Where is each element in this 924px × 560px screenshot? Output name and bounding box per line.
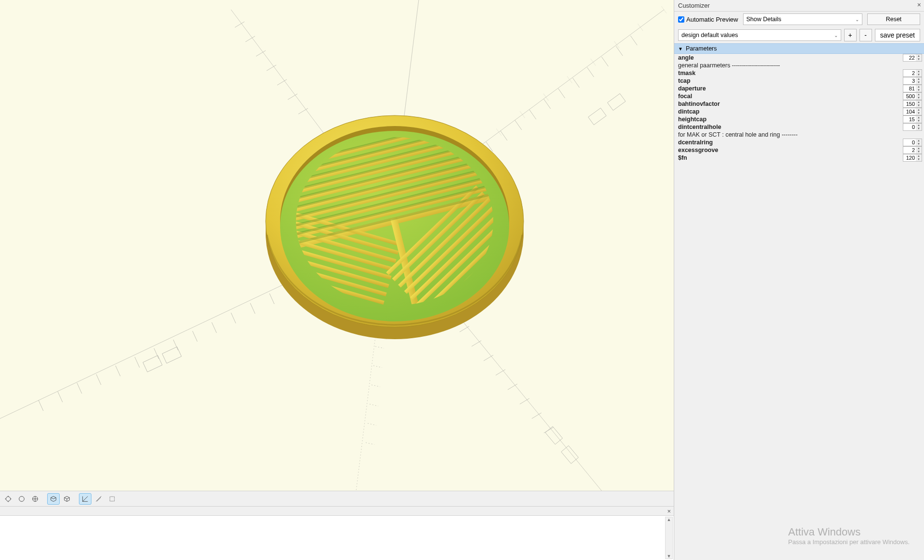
param-row-bahtinovfactor: bahtinovfactor▲▼ (674, 100, 924, 108)
param-label: tcap (678, 77, 691, 84)
spinner-up-icon[interactable]: ▲ (916, 70, 922, 73)
remove-preset-button[interactable]: - (860, 29, 872, 41)
reset-button[interactable]: Reset (867, 13, 920, 25)
spinner-down-icon[interactable]: ▼ (916, 89, 922, 92)
spinner-up-icon[interactable]: ▲ (916, 124, 922, 127)
param-row--fn: $fn▲▼ (674, 154, 924, 162)
spinner-down-icon[interactable]: ▼ (916, 58, 922, 61)
param-label: for MAK or SCT : central hole and ring -… (678, 131, 797, 138)
close-icon[interactable]: × (917, 1, 921, 9)
spinner-up-icon[interactable]: ▲ (916, 93, 922, 96)
watermark-subtitle: Passa a Impostazioni per attivare Window… (788, 538, 910, 546)
param-label: angle (678, 54, 694, 61)
param-label: excessgroove (678, 147, 718, 153)
automatic-preview-checkbox[interactable]: Automatic Preview (678, 16, 738, 23)
svg-rect-6 (162, 347, 181, 363)
spinner-up-icon[interactable]: ▲ (916, 108, 922, 112)
customizer-title: Customizer (678, 2, 710, 9)
show-axes-icon[interactable] (79, 493, 91, 505)
svg-rect-4 (561, 445, 578, 463)
customizer-panel: Customizer × Automatic Preview Show Deta… (674, 0, 924, 560)
preset-dropdown[interactable]: design default values ⌄ (678, 29, 841, 41)
svg-point-50 (19, 496, 25, 501)
svg-rect-52 (110, 496, 114, 501)
svg-point-49 (6, 496, 10, 501)
3d-viewport[interactable] (0, 0, 674, 491)
param-row-for-mak-or-sct-central-hole-and-ring-: for MAK or SCT : central hole and ring -… (674, 131, 924, 139)
param-label: tmask (678, 70, 695, 76)
spinner-down-icon[interactable]: ▼ (916, 127, 922, 130)
svg-rect-3 (545, 426, 563, 444)
parameters-header-label: Parameters (686, 45, 717, 52)
spinner-down-icon[interactable]: ▼ (916, 112, 922, 115)
save-preset-button[interactable]: save preset (875, 29, 920, 41)
spinner-up-icon[interactable]: ▲ (916, 85, 922, 89)
param-label: focal (678, 93, 692, 100)
automatic-preview-input[interactable] (678, 16, 684, 23)
console-output: ▲▼ (0, 516, 674, 560)
spinner-down-icon[interactable]: ▼ (916, 119, 922, 123)
param-row-dcentralring: dcentralring▲▼ (674, 139, 924, 146)
svg-rect-2 (607, 94, 626, 111)
spinner-down-icon[interactable]: ▼ (916, 81, 922, 84)
details-dropdown-value: Show Details (746, 16, 782, 23)
view-toolbar (0, 491, 674, 506)
param-row-daperture: daperture▲▼ (674, 85, 924, 92)
automatic-preview-label: Automatic Preview (686, 16, 738, 23)
details-dropdown[interactable]: Show Details ⌄ (743, 13, 862, 25)
show-scalemarker-icon[interactable] (92, 493, 105, 505)
spinner-up-icon[interactable]: ▲ (916, 147, 922, 150)
spinner-up-icon[interactable]: ▲ (916, 54, 922, 58)
view-ortho-icon[interactable] (29, 493, 41, 505)
view-all-icon[interactable] (15, 493, 28, 505)
triangle-down-icon: ▼ (678, 46, 683, 51)
windows-activation-watermark: Attiva Windows Passa a Impostazioni per … (788, 526, 910, 546)
svg-rect-5 (143, 356, 162, 372)
spinner-down-icon[interactable]: ▼ (916, 73, 922, 76)
spinner-down-icon[interactable]: ▼ (916, 104, 922, 107)
param-row-focal: focal▲▼ (674, 92, 924, 100)
spinner-up-icon[interactable]: ▲ (916, 139, 922, 142)
chevron-down-icon: ⌄ (855, 17, 859, 22)
preset-dropdown-value: design default values (681, 32, 738, 38)
parameters-section-header[interactable]: ▼ Parameters (674, 43, 924, 54)
spinner-up-icon[interactable]: ▲ (916, 116, 922, 119)
view-persp-icon[interactable] (47, 493, 60, 505)
param-label: dintcap (678, 108, 699, 115)
param-row-tcap: tcap▲▼ (674, 77, 924, 85)
spinner-down-icon[interactable]: ▼ (916, 158, 922, 161)
chevron-down-icon: ⌄ (834, 33, 838, 38)
spinner-up-icon[interactable]: ▲ (916, 101, 922, 104)
param-label: dintcentralhole (678, 124, 721, 130)
param-row-tmask: tmask▲▼ (674, 69, 924, 77)
customizer-title-bar: Customizer × (674, 0, 924, 12)
spinner-down-icon[interactable]: ▼ (916, 142, 922, 146)
spinner-down-icon[interactable]: ▼ (916, 150, 922, 153)
param-row-excessgroove: excessgroove▲▼ (674, 146, 924, 154)
show-crosshairs-icon[interactable] (106, 493, 118, 505)
param-row-angle: angle▲▼ (674, 54, 924, 62)
view-surfaces-icon[interactable] (61, 493, 73, 505)
param-label: bahtinovfactor (678, 101, 720, 107)
console-header: × (0, 506, 674, 516)
param-label: general paarmeters ---------------------… (678, 62, 780, 69)
param-row-general-paarmeters-: general paarmeters ---------------------… (674, 62, 924, 69)
spinner-up-icon[interactable]: ▲ (916, 154, 922, 158)
console-close-icon[interactable]: × (667, 508, 671, 515)
spinner-up-icon[interactable]: ▲ (916, 77, 922, 81)
param-label: dcentralring (678, 139, 713, 146)
console-scrollbar[interactable]: ▲▼ (665, 517, 673, 559)
watermark-title: Attiva Windows (788, 526, 910, 538)
svg-rect-1 (588, 108, 606, 125)
param-label: $fn (678, 154, 687, 161)
param-row-dintcap: dintcap▲▼ (674, 108, 924, 115)
param-row-dintcentralhole: dintcentralhole▲▼ (674, 123, 924, 131)
spinner-down-icon[interactable]: ▼ (916, 96, 922, 100)
view-reset-icon[interactable] (2, 493, 14, 505)
param-label: daperture (678, 85, 706, 92)
param-row-heightcap: heightcap▲▼ (674, 115, 924, 123)
parameters-list: angle▲▼general paarmeters --------------… (674, 54, 924, 162)
add-preset-button[interactable]: + (844, 29, 857, 41)
param-label: heightcap (678, 116, 706, 123)
